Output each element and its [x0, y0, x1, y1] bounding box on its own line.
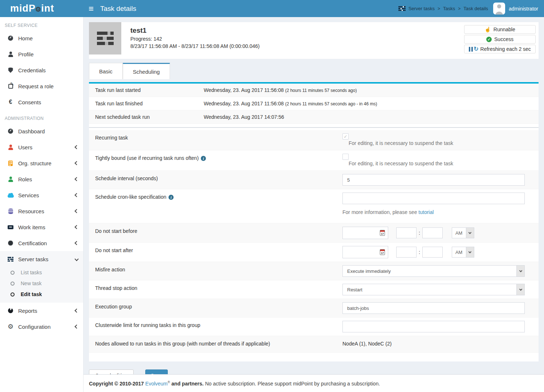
- form-row-tightly-bound: Tightly bound (use if recurring task run…: [89, 150, 539, 171]
- thread-stop-select[interactable]: Restart: [342, 284, 525, 295]
- task-dates: 8/23/17 11:56:08 AM - 8/23/17 11:56:08 A…: [130, 43, 260, 49]
- suspend-help-text: For editing, it is necessary to suspend …: [349, 161, 532, 166]
- page-title: Task details: [100, 5, 136, 13]
- sidebar-item-resources[interactable]: Resources: [0, 203, 83, 219]
- not-after-minutes-input[interactable]: [422, 247, 443, 258]
- schedule-interval-input[interactable]: [342, 174, 525, 186]
- circle-icon: [11, 292, 15, 296]
- form-row-recurring: Recurring task For editing, it is necess…: [89, 130, 539, 150]
- misfire-action-select[interactable]: Execute immediately: [342, 265, 525, 277]
- calendar-icon[interactable]: [380, 249, 385, 255]
- sidebar-item-certification[interactable]: Certification: [0, 235, 83, 251]
- user-menu[interactable]: administrator: [493, 3, 538, 15]
- not-before-hours-input[interactable]: [396, 227, 417, 238]
- breadcrumb: Server tasks Tasks Task details: [398, 6, 488, 11]
- sidebar-item-dashboard[interactable]: Dashboard: [0, 123, 83, 139]
- gear-icon: [7, 323, 14, 330]
- form-row-not-after: Do not start after : AM: [89, 243, 539, 262]
- info-row-last-started: Task run last started Wednesday, 23. Aug…: [89, 84, 539, 97]
- circle-icon: [11, 282, 15, 286]
- sidebar-item-reports[interactable]: Reports: [0, 303, 83, 319]
- sidebar-item-new-task[interactable]: New task: [0, 278, 83, 289]
- form-row-schedule-interval: Schedule interval (seconds): [89, 171, 539, 189]
- sidebar-item-roles[interactable]: Roles: [0, 171, 83, 187]
- user-icon: [8, 52, 13, 57]
- sidebar-item-list-tasks[interactable]: List tasks: [0, 267, 83, 278]
- tab-basic[interactable]: Basic: [89, 63, 123, 79]
- sidebar: SELF SERVICE Home Profile Credentials Re…: [0, 17, 84, 392]
- tab-scheduling[interactable]: Scheduling: [123, 63, 170, 79]
- time-colon: :: [419, 249, 420, 255]
- sidebar-item-consents[interactable]: Consents: [0, 94, 83, 110]
- brand-logo[interactable]: midPint: [0, 3, 84, 14]
- top-bar: midPint Task details Server tasks Tasks …: [0, 0, 544, 17]
- runnable-badge[interactable]: Runnable: [464, 25, 536, 34]
- user-icon: [8, 145, 13, 150]
- form-row-nodes: Nodes allowed to run tasks in this group…: [89, 336, 539, 353]
- breadcrumb-item[interactable]: Tasks: [443, 6, 455, 11]
- breadcrumb-item[interactable]: Server tasks: [409, 6, 435, 11]
- form-row-misfire: Misfire action Execute immediately: [89, 262, 539, 280]
- success-badge[interactable]: Success: [464, 35, 536, 44]
- sidebar-item-profile[interactable]: Profile: [0, 46, 83, 62]
- tutorial-link[interactable]: tutorial: [418, 209, 434, 215]
- cron-spec-input[interactable]: [342, 193, 525, 204]
- sidebar-item-services[interactable]: Services: [0, 187, 83, 203]
- calendar-icon[interactable]: [380, 230, 385, 236]
- tightly-bound-checkbox[interactable]: [342, 154, 349, 160]
- next-run-value: Wednesday, 23. Aug 2017 14:07:56: [204, 114, 284, 120]
- recurring-checkbox[interactable]: [342, 133, 349, 140]
- breadcrumb-separator: [438, 6, 440, 11]
- task-summary-panel: test1 Progress: 142 8/23/17 11:56:08 AM …: [89, 22, 539, 59]
- chevron-left-icon: [74, 324, 78, 328]
- cron-hint: For more information, please see tutoria…: [342, 209, 532, 215]
- refresh-toggle-button[interactable]: Refreshing each 2 sec: [464, 45, 536, 53]
- nodes-value: NodeA (1), NodeC (2): [342, 339, 539, 347]
- tachometer-icon: [8, 129, 13, 134]
- sidebar-item-home[interactable]: Home: [0, 30, 83, 46]
- certificate-icon: [8, 241, 13, 246]
- not-before-date-input[interactable]: [342, 227, 388, 239]
- select-arrow-icon: [466, 228, 474, 238]
- time-colon: :: [419, 230, 420, 236]
- not-after-date-input[interactable]: [342, 246, 388, 258]
- sidebar-item-request-a-role[interactable]: Request a role: [0, 78, 83, 94]
- sidebar-item-server-tasks[interactable]: Server tasks: [0, 251, 83, 267]
- hamburger-icon[interactable]: [89, 4, 94, 13]
- chevron-down-icon: [74, 257, 78, 261]
- sidebar-section-self-service: SELF SERVICE: [0, 17, 83, 30]
- chevron-left-icon: [74, 177, 78, 181]
- chevron-left-icon: [74, 193, 78, 197]
- info-icon[interactable]: [201, 156, 206, 161]
- sidebar-item-org-structure[interactable]: Org. structure: [0, 155, 83, 171]
- cluster-limit-input[interactable]: [342, 321, 525, 332]
- task-tile: [89, 22, 121, 54]
- sidebar-item-configuration[interactable]: Configuration: [0, 319, 83, 335]
- breadcrumb-item: Task details: [463, 6, 488, 11]
- not-after-ampm-select[interactable]: AM: [452, 247, 474, 258]
- sidebar-item-edit-task[interactable]: Edit task: [0, 289, 83, 300]
- sidebar-item-credentials[interactable]: Credentials: [0, 62, 83, 78]
- last-started-value: Wednesday, 23. Aug 2017 11:56:08: [204, 87, 284, 93]
- section-divider: [89, 124, 539, 128]
- form-row-cron: Schedule cron-like specification For mor…: [89, 189, 539, 223]
- chevron-left-icon: [74, 161, 78, 165]
- gear-logo-icon: [35, 4, 41, 14]
- sidebar-item-work-items[interactable]: Work items: [0, 219, 83, 235]
- task-icon: [97, 32, 114, 45]
- username: administrator: [509, 6, 538, 12]
- not-after-hours-input[interactable]: [396, 247, 417, 258]
- suspend-help-text: For editing, it is necessary to suspend …: [349, 140, 532, 146]
- execution-group-input[interactable]: [342, 302, 525, 314]
- hand-up-icon: [484, 27, 491, 32]
- sidebar-item-users[interactable]: Users: [0, 139, 83, 155]
- main-content: test1 Progress: 142 8/23/17 11:56:08 AM …: [84, 17, 544, 392]
- pause-icon: [469, 47, 473, 52]
- chevron-left-icon: [74, 145, 78, 149]
- not-before-minutes-input[interactable]: [422, 227, 443, 238]
- breadcrumb-tasks-icon: [398, 6, 406, 11]
- info-icon[interactable]: [169, 195, 174, 200]
- not-before-ampm-select[interactable]: AM: [452, 227, 474, 238]
- evolveum-link[interactable]: Evolveum: [145, 380, 167, 386]
- circle-icon: [11, 271, 15, 275]
